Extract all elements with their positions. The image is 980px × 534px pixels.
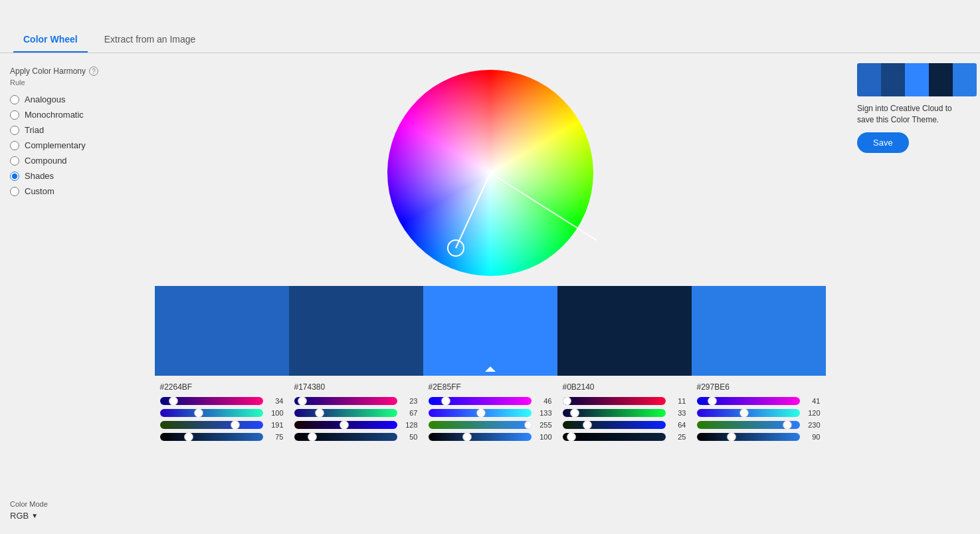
color-col-4: #297BE6 41 120 230 [692, 382, 826, 445]
swatch-3[interactable] [557, 286, 692, 376]
slider-track-g-4[interactable] [697, 409, 800, 417]
color-wheel-container[interactable] [384, 67, 597, 279]
center-content: #2264BF 34 100 [133, 53, 847, 534]
preview-swatch-3 [929, 63, 953, 96]
slider-val-g-4: 120 [804, 409, 821, 417]
slider-g-2: 133 [429, 409, 552, 417]
slider-b-2: 255 [429, 421, 552, 429]
sign-in-text: Sign into Creative Cloud to save this Co… [857, 103, 970, 126]
slider-val-b-2: 255 [536, 421, 552, 429]
color-col-3: #0B2140 11 33 64 [557, 382, 692, 445]
top-bar: Color Wheel Extract from an Image [0, 0, 980, 53]
slider-val-b-3: 64 [670, 421, 686, 429]
slider-val-g-2: 133 [536, 409, 552, 417]
slider-track-g-1[interactable] [294, 409, 397, 417]
slider-r-4: 41 [697, 397, 821, 405]
swatches-row [155, 286, 826, 376]
slider-val-a-3: 25 [670, 433, 686, 441]
slider-track-g-2[interactable] [429, 409, 532, 417]
slider-track-a-1[interactable] [294, 433, 397, 441]
option-analogous[interactable]: Analogous [10, 94, 123, 104]
slider-a-1: 50 [294, 433, 418, 441]
option-compound[interactable]: Compound [10, 156, 123, 166]
color-values-row: #2264BF 34 100 [155, 382, 826, 445]
hex-1: #174380 [294, 382, 418, 392]
tab-extract-image[interactable]: Extract from an Image [94, 27, 206, 53]
option-shades[interactable]: Shades [10, 171, 123, 181]
swatch-4[interactable] [692, 286, 826, 376]
harmony-label: Apply Color Harmony ? [10, 67, 123, 76]
swatch-active-marker [485, 366, 496, 372]
hex-2: #2E85FF [429, 382, 552, 392]
palette-preview [857, 63, 977, 96]
info-icon[interactable]: ? [89, 67, 98, 76]
harmony-options: Analogous Monochromatic Triad Complement… [10, 94, 123, 196]
option-custom[interactable]: Custom [10, 186, 123, 196]
slider-r-2: 46 [429, 397, 552, 405]
slider-val-b-1: 128 [401, 421, 418, 429]
hex-0: #2264BF [160, 382, 284, 392]
color-mode-label: Color Mode [10, 500, 48, 508]
chevron-down-icon: ▼ [31, 512, 38, 519]
color-wheel-svg[interactable] [384, 67, 597, 279]
color-mode-section: Color Mode RGB ▼ [10, 500, 48, 521]
swatch-2[interactable] [423, 286, 557, 376]
right-panel: Sign into Creative Cloud to save this Co… [847, 53, 980, 534]
preview-swatch-2 [905, 63, 929, 96]
slider-track-b-4[interactable] [697, 421, 800, 429]
option-monochromatic[interactable]: Monochromatic [10, 110, 123, 120]
preview-swatch-0 [857, 63, 881, 96]
color-col-0: #2264BF 34 100 [155, 382, 289, 445]
slider-r-3: 11 [563, 397, 686, 405]
color-mode-select[interactable]: RGB ▼ [10, 511, 48, 521]
slider-track-a-2[interactable] [429, 433, 532, 441]
slider-r-0: 34 [160, 397, 284, 405]
hex-4: #297BE6 [697, 382, 821, 392]
slider-track-r-0[interactable] [160, 397, 263, 405]
slider-track-g-0[interactable] [160, 409, 263, 417]
save-button[interactable]: Save [857, 132, 909, 153]
slider-g-0: 100 [160, 409, 284, 417]
slider-track-a-0[interactable] [160, 433, 263, 441]
slider-b-1: 128 [294, 421, 418, 429]
slider-a-0: 75 [160, 433, 284, 441]
swatch-0[interactable] [155, 286, 289, 376]
slider-track-b-1[interactable] [294, 421, 397, 429]
slider-track-g-3[interactable] [563, 409, 666, 417]
slider-a-4: 90 [697, 433, 821, 441]
option-complementary[interactable]: Complementary [10, 140, 123, 150]
slider-track-b-2[interactable] [429, 421, 532, 429]
slider-g-4: 120 [697, 409, 821, 417]
slider-track-r-2[interactable] [429, 397, 532, 405]
slider-b-4: 230 [697, 421, 821, 429]
slider-val-g-3: 33 [670, 409, 686, 417]
slider-track-b-3[interactable] [563, 421, 666, 429]
slider-val-r-1: 23 [401, 397, 418, 405]
preview-swatch-4 [953, 63, 977, 96]
slider-val-g-1: 67 [401, 409, 418, 417]
slider-val-a-4: 90 [804, 433, 821, 441]
slider-track-a-3[interactable] [563, 433, 666, 441]
slider-b-0: 191 [160, 421, 284, 429]
slider-b-3: 64 [563, 421, 686, 429]
slider-track-r-3[interactable] [563, 397, 666, 405]
option-triad[interactable]: Triad [10, 125, 123, 135]
slider-r-1: 23 [294, 397, 418, 405]
tab-color-wheel[interactable]: Color Wheel [13, 27, 88, 53]
hex-3: #0B2140 [563, 382, 686, 392]
slider-val-b-4: 230 [804, 421, 821, 429]
slider-track-a-4[interactable] [697, 433, 800, 441]
harmony-sublabel: Rule [10, 78, 123, 86]
slider-val-r-3: 11 [670, 397, 686, 405]
sidebar: Apply Color Harmony ? Rule Analogous Mon… [0, 53, 133, 534]
slider-track-r-4[interactable] [697, 397, 800, 405]
slider-val-r-0: 34 [267, 397, 284, 405]
slider-val-g-0: 100 [267, 409, 284, 417]
slider-track-r-1[interactable] [294, 397, 397, 405]
slider-val-a-0: 75 [267, 433, 284, 441]
slider-val-a-1: 50 [401, 433, 418, 441]
slider-track-b-0[interactable] [160, 421, 263, 429]
slider-val-b-0: 191 [267, 421, 284, 429]
swatch-1[interactable] [289, 286, 423, 376]
slider-val-r-4: 41 [804, 397, 821, 405]
